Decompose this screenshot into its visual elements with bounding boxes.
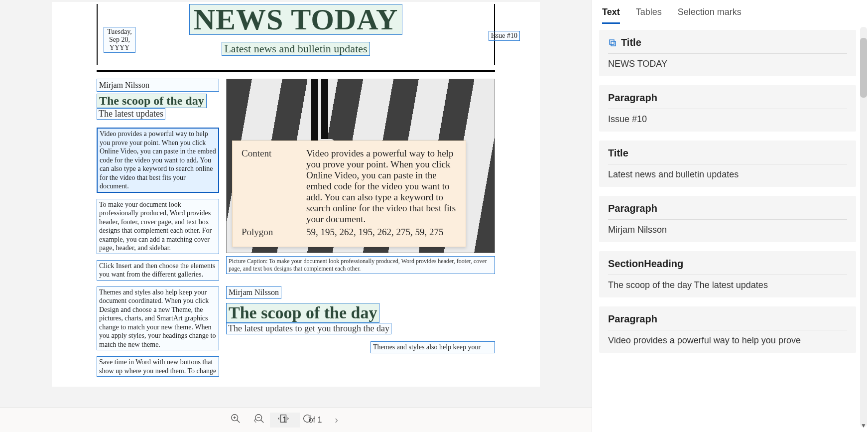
paragraph-box[interactable]: Click Insert and then choose the element…: [97, 260, 219, 281]
result-card[interactable]: Title NEWS TODAY: [599, 30, 856, 76]
svg-rect-7: [281, 415, 286, 423]
result-type: Title: [608, 147, 628, 159]
headline-1[interactable]: The scoop of the day: [97, 94, 207, 108]
result-type: Paragraph: [608, 92, 657, 104]
paragraph-box[interactable]: To make your document look professionall…: [97, 199, 219, 254]
result-value: Video provides a powerful way to help yo…: [608, 335, 847, 346]
result-type: Title: [621, 37, 641, 48]
result-type: Paragraph: [608, 203, 657, 214]
date-box[interactable]: Tuesday, Sep 20, YYYY: [104, 27, 135, 53]
result-card[interactable]: Paragraph Video provides a powerful way …: [599, 306, 856, 353]
tooltip-polygon-value: 59, 195, 262, 195, 262, 275, 59, 275: [306, 227, 457, 238]
pager-toolbar: ‹ of 1 ›: [0, 407, 592, 432]
content-tooltip: Content Video provides a powerful way to…: [232, 141, 466, 247]
deck-1[interactable]: The latest updates: [97, 108, 165, 120]
results-panel: Text Tables Selection marks ▲ ▼ Title NE…: [592, 0, 868, 432]
scrollbar-thumb[interactable]: [860, 38, 867, 98]
svg-rect-9: [610, 40, 614, 44]
result-value: The scoop of the day The latest updates: [608, 280, 847, 290]
document-viewer: Tuesday, Sep 20, YYYY NEWS TODAY Latest …: [0, 0, 592, 432]
newspaper-title[interactable]: NEWS TODAY: [189, 4, 403, 35]
result-type: Paragraph: [608, 313, 657, 325]
zoom-in-icon[interactable]: [230, 413, 241, 427]
zoom-out-icon[interactable]: [254, 413, 265, 427]
svg-line-5: [261, 420, 264, 423]
paragraph-box[interactable]: Save time in Word with new buttons that …: [97, 356, 219, 377]
result-card[interactable]: Title Latest news and bulletin updates: [599, 141, 856, 187]
result-card[interactable]: Paragraph Issue #10: [599, 85, 856, 132]
result-card[interactable]: Paragraph Mirjam Nilsson: [599, 196, 856, 242]
results-list[interactable]: ▲ ▼ Title NEWS TODAY Paragraph Issue #10…: [592, 24, 868, 432]
issue-box[interactable]: Issue #10: [489, 31, 520, 41]
result-value: Mirjam Nilsson: [608, 225, 847, 235]
headline-2[interactable]: The scoop of the day: [226, 303, 379, 323]
result-card[interactable]: SectionHeading The scoop of the day The …: [599, 251, 856, 297]
newspaper-subtitle[interactable]: Latest news and bulletin updates: [222, 42, 370, 56]
tooltip-content-label: Content: [242, 148, 306, 225]
results-tabs: Text Tables Selection marks: [592, 0, 868, 24]
next-page-button[interactable]: ›: [331, 412, 342, 428]
deck-2[interactable]: The latest updates to get you through th…: [226, 323, 391, 334]
paragraph-box[interactable]: Themes and styles also help keep your: [371, 341, 495, 353]
scroll-down-button[interactable]: ▼: [860, 422, 867, 430]
result-value: Latest news and bulletin updates: [608, 169, 847, 180]
author-byline-1[interactable]: Mirjam Nilsson: [97, 79, 219, 92]
result-value: Issue #10: [608, 114, 847, 125]
tab-text[interactable]: Text: [602, 7, 620, 24]
copy-icon: [608, 38, 617, 47]
image-caption[interactable]: Picture Caption: To make your document l…: [226, 256, 495, 274]
paragraph-selected[interactable]: Video provides a powerful way to help yo…: [97, 128, 219, 193]
paragraph-box[interactable]: Themes and styles also help keep your do…: [97, 287, 219, 351]
result-value: NEWS TODAY: [608, 59, 847, 69]
tooltip-content-value: Video provides a powerful way to help yo…: [306, 148, 457, 225]
document-page: Tuesday, Sep 20, YYYY NEWS TODAY Latest …: [52, 2, 540, 387]
tab-tables[interactable]: Tables: [636, 7, 662, 24]
rotate-icon[interactable]: [302, 413, 313, 427]
document-scroll-area[interactable]: Tuesday, Sep 20, YYYY NEWS TODAY Latest …: [0, 0, 592, 407]
fit-width-icon[interactable]: [278, 413, 289, 427]
author-byline-2[interactable]: Mirjam Nilsson: [226, 286, 281, 299]
svg-rect-8: [611, 41, 616, 46]
tab-selection-marks[interactable]: Selection marks: [678, 7, 742, 24]
result-type: SectionHeading: [608, 258, 683, 270]
tooltip-polygon-label: Polygon: [242, 227, 306, 238]
svg-line-1: [237, 420, 240, 423]
